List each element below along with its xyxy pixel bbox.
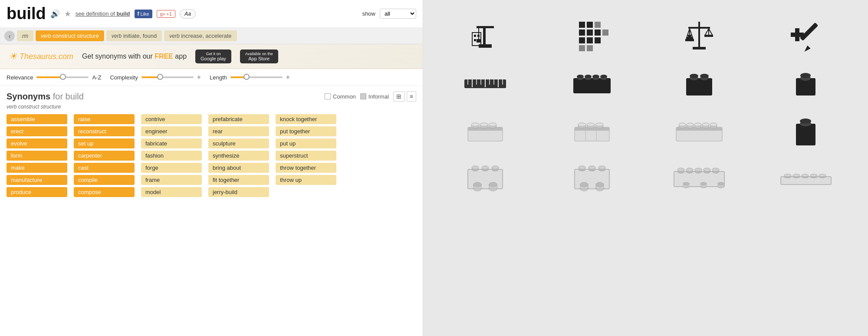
tab-form[interactable]: rm: [17, 30, 33, 41]
length-plus[interactable]: +: [286, 73, 290, 81]
synonym-sculpture[interactable]: sculpture: [208, 138, 269, 148]
tab-bar: ‹ rm verb construct structure verb initi…: [0, 28, 423, 44]
synonym-frame[interactable]: frame: [141, 175, 202, 185]
show-select[interactable]: all common informal: [380, 9, 416, 19]
google-plus-button[interactable]: g+ +1: [157, 10, 175, 18]
synonym-erect[interactable]: erect: [7, 126, 67, 136]
thesaurus-logo: ☀ Thesaurus.com: [9, 51, 73, 62]
svg-point-131: [695, 168, 702, 171]
lego-1x1-icon: [794, 69, 818, 98]
svg-point-149: [793, 174, 800, 177]
synonym-set-up[interactable]: set up: [74, 138, 135, 148]
svg-point-55: [592, 75, 599, 78]
informal-checkbox[interactable]: [360, 93, 366, 99]
synonym-engineer[interactable]: engineer: [141, 126, 202, 136]
synonym-forge[interactable]: forge: [141, 163, 202, 173]
synonym-fit-together[interactable]: fit together: [208, 175, 269, 185]
svg-point-73: [489, 123, 496, 126]
lego-2x2-tall-icon: [684, 69, 714, 98]
icon-cell-crane: [432, 9, 539, 61]
synonym-evolve[interactable]: evolve: [7, 138, 67, 148]
svg-point-141: [700, 182, 707, 185]
icon-cell-blocks: [539, 9, 645, 61]
synonym-model[interactable]: model: [141, 187, 202, 197]
common-checkbox[interactable]: [325, 93, 331, 99]
svg-point-155: [819, 174, 826, 177]
svg-point-57: [600, 75, 607, 78]
svg-point-129: [686, 168, 693, 171]
tab-construct-structure[interactable]: verb construct structure: [36, 30, 104, 41]
synonym-bring-about[interactable]: bring about: [208, 163, 269, 173]
tab-increase-accelerate[interactable]: verb increase, accelerate: [164, 30, 237, 41]
length-filter: Length +: [210, 73, 290, 81]
relevance-slider[interactable]: [36, 73, 89, 81]
synonym-fashion[interactable]: fashion: [141, 151, 202, 161]
synonym-form[interactable]: form: [7, 151, 67, 161]
grid-view-button[interactable]: ⊞: [393, 91, 404, 102]
list-view-button[interactable]: ≡: [407, 91, 416, 102]
icon-cell-lego-flat: [753, 156, 859, 202]
synonym-raise[interactable]: raise: [74, 114, 135, 124]
synonym-column-5: knock together put together put up super…: [276, 114, 336, 197]
synonym-prefabricate[interactable]: prefabricate: [208, 114, 269, 124]
synonym-rear[interactable]: rear: [208, 126, 269, 136]
synonym-carpenter[interactable]: carpenter: [74, 151, 135, 161]
icon-cell-lego-1x1: [753, 61, 859, 106]
synonym-compile[interactable]: compile: [74, 175, 135, 185]
synonym-cast[interactable]: cast: [74, 163, 135, 173]
synonym-put-together[interactable]: put together: [276, 126, 336, 136]
svg-rect-12: [579, 30, 585, 36]
svg-point-144: [718, 182, 724, 185]
synonym-contrive[interactable]: contrive: [141, 114, 202, 124]
tab-prev-arrow[interactable]: ‹: [4, 31, 15, 41]
synonym-throw-up[interactable]: throw up: [276, 175, 336, 185]
see-definition-link[interactable]: see definition of build: [76, 10, 130, 17]
svg-point-122: [589, 166, 595, 169]
synonym-reconstruct[interactable]: reconstruct: [74, 126, 135, 136]
synonym-make[interactable]: make: [7, 163, 67, 173]
appstore-button[interactable]: Available on the App Store: [240, 49, 278, 63]
dictionary-button[interactable]: Aa: [180, 9, 196, 19]
tab-initiate-found[interactable]: verb initiate, found: [106, 30, 162, 41]
icon-cell-lego-2x4-side2: [539, 106, 645, 156]
synonym-put-up[interactable]: put up: [276, 138, 336, 148]
informal-checkbox-group: Informal: [360, 93, 389, 100]
star-icon[interactable]: ★: [64, 9, 71, 19]
svg-rect-38: [795, 28, 799, 41]
relevance-filter: Relevance A-Z: [7, 73, 101, 81]
svg-rect-32: [687, 37, 693, 39]
lego-2x6-side-icon: [675, 119, 723, 145]
svg-rect-8: [474, 39, 476, 41]
synonym-synthesize[interactable]: synthesize: [208, 151, 269, 161]
icon-cell-lego-2x2-tall: [646, 61, 753, 106]
synonym-jerry-build[interactable]: jerry-build: [208, 187, 269, 197]
svg-point-80: [587, 123, 595, 126]
common-checkbox-group: Common: [325, 93, 356, 100]
svg-point-98: [800, 119, 811, 124]
svg-point-65: [800, 73, 811, 78]
synonym-column-4: prefabricate rear sculpture synthesize b…: [208, 114, 269, 197]
synonym-manufacture[interactable]: manufacture: [7, 175, 67, 185]
synonym-produce[interactable]: produce: [7, 187, 67, 197]
complexity-slider[interactable]: [141, 73, 194, 81]
synonym-throw-together[interactable]: throw together: [276, 163, 336, 173]
synonym-knock-together[interactable]: knock together: [276, 114, 336, 124]
svg-point-79: [578, 123, 586, 126]
lego-2x4-bottom-icon: [466, 165, 505, 193]
synonym-fabricate[interactable]: fabricate: [141, 138, 202, 148]
svg-rect-9: [477, 39, 480, 41]
complexity-plus[interactable]: +: [197, 73, 201, 81]
synonym-compose[interactable]: compose: [74, 187, 135, 197]
svg-rect-20: [595, 22, 601, 28]
svg-rect-10: [579, 22, 585, 28]
svg-point-135: [712, 168, 719, 171]
facebook-like-button[interactable]: f Like: [135, 10, 152, 18]
speaker-icon[interactable]: 🔊: [50, 9, 60, 19]
synonym-superstruct[interactable]: superstruct: [276, 151, 336, 161]
synonym-assemble[interactable]: assemble: [7, 114, 67, 124]
icon-cell-lego-2x4: [539, 61, 645, 106]
length-slider[interactable]: [230, 73, 283, 81]
svg-rect-11: [587, 22, 593, 28]
google-play-button[interactable]: Get it on Google play: [195, 49, 231, 63]
svg-rect-125: [674, 171, 724, 187]
